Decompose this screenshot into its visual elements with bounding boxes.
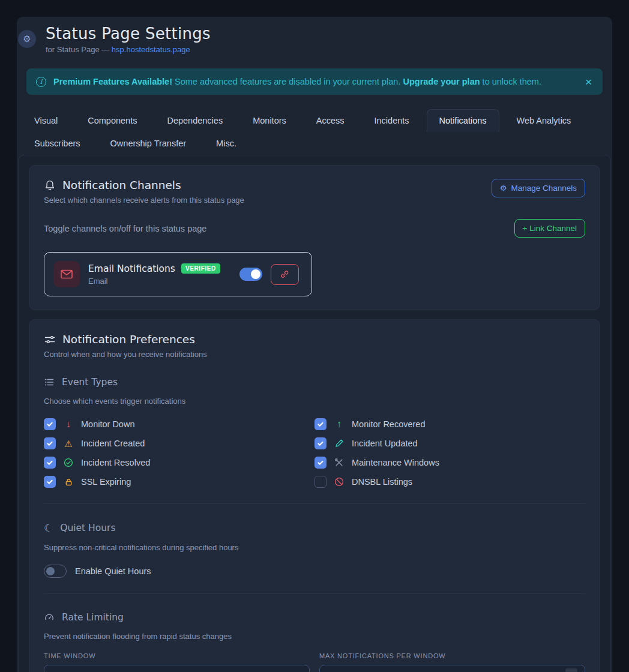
verified-badge: VERIFIED	[181, 263, 220, 274]
event-row-incident-updated: Incident Updated	[314, 437, 585, 449]
arrow-up-icon: ↑	[334, 419, 345, 429]
gauge-icon	[44, 612, 55, 623]
unlink-channel-button[interactable]	[271, 264, 299, 285]
rate-limiting-section-head: Rate Limiting	[44, 612, 585, 623]
quiet-hours-subtitle: Suppress non-critical notifications duri…	[44, 543, 585, 552]
tab-dependencies[interactable]: Dependencies	[154, 109, 235, 132]
checkbox-monitor-recovered[interactable]	[314, 418, 327, 430]
manage-channels-button[interactable]: ⚙ Manage Channels	[492, 179, 585, 197]
event-row-incident-resolved: Incident Resolved	[44, 457, 314, 469]
quiet-hours-toggle-label: Enable Quiet Hours	[75, 566, 151, 576]
link-channel-button[interactable]: + Link Channel	[514, 219, 585, 238]
tab-ownership-transfer[interactable]: Ownership Transfer	[98, 132, 199, 155]
envelope-icon	[59, 267, 74, 281]
toggle-knob	[251, 269, 260, 279]
toggle-knob	[46, 567, 55, 575]
notification-preferences-card: Notification Preferences Control when an…	[29, 319, 600, 672]
moon-icon: ☾	[44, 522, 53, 534]
event-label: Incident Resolved	[81, 458, 150, 467]
event-label: Monitor Down	[81, 419, 134, 429]
checkbox-incident-resolved[interactable]	[44, 457, 56, 469]
tab-access[interactable]: Access	[304, 109, 357, 132]
tab-notifications[interactable]: Notifications	[427, 109, 499, 132]
event-types-title: Event Types	[62, 377, 118, 388]
gear-icon: ⚙	[18, 30, 36, 48]
ban-icon	[334, 477, 345, 487]
info-icon: i	[36, 77, 46, 87]
preferences-card-title-row: Notification Preferences	[44, 333, 585, 346]
divider	[44, 593, 585, 594]
list-icon	[44, 377, 55, 388]
subtitle-text: for Status Page —	[46, 45, 112, 54]
event-row-maintenance-windows: Maintenance Windows	[314, 457, 585, 469]
tab-visual[interactable]: Visual	[22, 109, 70, 132]
notification-channels-card: Notification Channels Select which chann…	[29, 165, 600, 310]
number-spinner[interactable]: ▴▾	[565, 668, 577, 672]
channels-card-subtitle: Select which channels receive alerts fro…	[44, 196, 244, 205]
rate-limiting-subtitle: Prevent notification flooding from rapid…	[44, 632, 585, 641]
event-types-section-head: Event Types	[44, 377, 585, 388]
rate-limiting-title: Rate Limiting	[62, 612, 124, 623]
channels-card-title-row: Notification Channels	[44, 179, 244, 191]
page-title: Status Page Settings	[46, 25, 211, 43]
quiet-hours-title: Quiet Hours	[60, 523, 115, 533]
premium-banner: i Premium Features Available! Some advan…	[26, 68, 603, 95]
tab-web-analytics[interactable]: Web Analytics	[504, 109, 584, 132]
max-notifications-input-wrap: ▴▾	[319, 665, 585, 672]
event-label: Incident Created	[81, 439, 145, 448]
toggle-hint-text: Toggle channels on/off for this status p…	[44, 224, 206, 233]
event-label: DNSBL Listings	[352, 477, 412, 487]
close-icon[interactable]: ×	[584, 76, 593, 88]
quiet-hours-section-head: ☾ Quiet Hours	[44, 522, 585, 534]
settings-container: ⚙ Status Page Settings for Status Page —…	[17, 17, 612, 672]
status-page-link[interactable]: hsp.hostedstatus.page	[112, 45, 190, 54]
divider	[44, 503, 585, 504]
event-row-monitor-down: ↓Monitor Down	[44, 418, 314, 430]
event-row-incident-created: ⚠Incident Created	[44, 437, 314, 449]
tab-components[interactable]: Components	[75, 109, 149, 132]
email-channel-tile	[53, 261, 80, 287]
link-channel-label: + Link Channel	[523, 224, 577, 233]
checkbox-monitor-down[interactable]	[44, 418, 56, 430]
channel-name: Email Notifications	[88, 263, 175, 274]
event-row-monitor-recovered: ↑Monitor Recovered	[314, 418, 585, 430]
lock-icon	[63, 478, 74, 487]
arrow-down-icon: ↓	[63, 419, 74, 429]
warning-icon: ⚠	[63, 439, 74, 448]
banner-bold-text: Premium Features Available!	[53, 77, 172, 86]
tab-subscribers[interactable]: Subscribers	[22, 132, 93, 155]
checkbox-incident-updated[interactable]	[314, 437, 327, 449]
tab-misc[interactable]: Misc.	[203, 132, 249, 155]
tab-monitors[interactable]: Monitors	[240, 109, 299, 132]
enable-quiet-hours-toggle[interactable]	[44, 565, 67, 578]
preferences-card-title: Notification Preferences	[62, 333, 195, 346]
event-row-dnsbl-listings: DNSBL Listings	[314, 476, 585, 488]
event-types-grid: ↓Monitor Down↑Monitor Recovered⚠Incident…	[44, 418, 585, 488]
tools-icon	[334, 458, 345, 467]
manage-channels-label: Manage Channels	[511, 184, 577, 193]
event-row-ssl-expiring: SSL Expiring	[44, 476, 314, 488]
event-label: Monitor Recovered	[352, 419, 426, 429]
notifications-panel: Notification Channels Select which chann…	[19, 155, 610, 672]
upgrade-plan-link[interactable]: Upgrade your plan	[403, 77, 480, 86]
pencil-icon	[334, 439, 345, 448]
banner-suffix-text: to unlock them.	[480, 77, 541, 86]
preferences-card-subtitle: Control when and how you receive notific…	[44, 350, 585, 359]
time-window-label: TIME WINDOW	[44, 652, 310, 659]
time-window-select[interactable]: 15 minutes	[44, 665, 310, 672]
banner-body-text: Some advanced features are disabled in y…	[172, 77, 403, 86]
tab-incidents[interactable]: Incidents	[362, 109, 422, 132]
channel-type: Email	[88, 277, 220, 286]
page-subtitle: for Status Page — hsp.hostedstatus.page	[46, 45, 211, 54]
channels-card-title: Notification Channels	[62, 179, 181, 191]
checkbox-incident-created[interactable]	[44, 437, 56, 449]
event-label: SSL Expiring	[81, 477, 131, 487]
email-channel-toggle[interactable]	[239, 268, 262, 281]
max-notifications-label: MAX NOTIFICATIONS PER WINDOW	[319, 652, 585, 659]
gear-icon: ⚙	[500, 184, 507, 193]
checkbox-ssl-expiring[interactable]	[44, 476, 56, 488]
link-icon	[280, 269, 289, 279]
checkbox-maintenance-windows[interactable]	[314, 457, 327, 469]
checkbox-dnsbl-listings[interactable]	[314, 476, 327, 488]
email-channel-card: Email Notifications VERIFIED Email	[44, 252, 312, 296]
